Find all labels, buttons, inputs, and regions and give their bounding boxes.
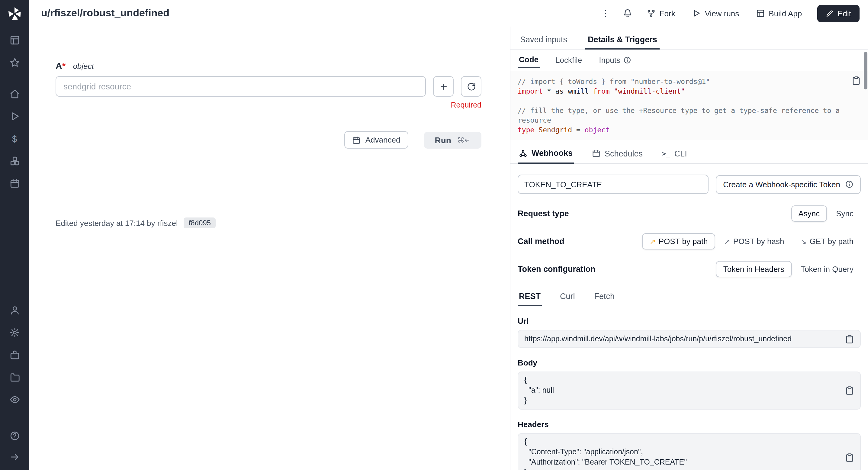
tab-webhooks[interactable]: Webhooks (518, 145, 574, 164)
notifications-button[interactable] (619, 4, 637, 22)
token-in-headers[interactable]: Token in Headers (716, 261, 792, 277)
panel-tabs: Saved inputs Details & Triggers (510, 27, 868, 50)
add-resource-button[interactable] (433, 76, 454, 97)
view-runs-button[interactable]: View runs (686, 5, 746, 22)
more-menu-button[interactable]: ⋮ (597, 4, 615, 22)
copy-body-button[interactable] (845, 386, 854, 395)
git-fork-icon (647, 9, 655, 18)
tab-lockfile[interactable]: Lockfile (554, 53, 583, 68)
request-type-row: Request type Async Sync (518, 206, 861, 222)
user-icon[interactable] (8, 304, 21, 316)
call-method-post-by-hash[interactable]: ↗ POST by hash (717, 233, 792, 250)
view-runs-label: View runs (705, 9, 739, 18)
fork-button[interactable]: Fork (640, 5, 682, 22)
run-form-pane: A* object Required Advanced (29, 27, 510, 470)
pencil-icon (826, 9, 833, 17)
calendar-icon (352, 136, 361, 144)
collapse-arrow-icon[interactable] (8, 451, 21, 463)
token-configuration-group: Token in Headers Token in Query (716, 261, 861, 277)
tab-schedules[interactable]: Schedules (591, 145, 644, 163)
clipboard-icon (852, 76, 861, 85)
headers-value: { "Content-Type": "application/json", "A… (524, 437, 840, 470)
audit-eye-icon[interactable] (8, 393, 21, 405)
url-value: https://app.windmill.dev/api/w/windmill-… (524, 334, 840, 344)
workers-briefcase-icon[interactable] (8, 349, 21, 361)
url-label: Url (518, 317, 861, 325)
tab-saved-inputs[interactable]: Saved inputs (518, 31, 569, 49)
variables-dollar-icon[interactable]: $ (8, 132, 21, 145)
run-button[interactable]: Run ⌘↵ (424, 131, 482, 148)
tab-rest[interactable]: REST (518, 289, 542, 306)
resources-boxes-icon[interactable] (8, 155, 21, 167)
edit-button[interactable]: Edit (817, 4, 860, 22)
scrollbar-thumb[interactable] (864, 52, 867, 89)
copy-code-button[interactable] (852, 76, 861, 85)
topbar: u/rfiszel/robust_undefined ⋮ Fork View r… (29, 0, 868, 27)
request-type-sync[interactable]: Sync (829, 206, 861, 222)
code-viewer: // import { toWords } from "number-to-wo… (510, 71, 868, 140)
app-window: $ (0, 0, 868, 470)
clipboard-icon (845, 334, 854, 343)
headers-box: { "Content-Type": "application/json", "A… (518, 433, 861, 470)
call-method-get-by-path[interactable]: ↘ GET by path (793, 233, 861, 250)
field-type: object (73, 62, 94, 71)
sidebar: $ (0, 0, 29, 470)
folders-icon[interactable] (8, 371, 21, 383)
copy-url-button[interactable] (845, 334, 854, 343)
run-shortcut: ⌘↵ (457, 136, 470, 144)
grid-icon[interactable] (8, 34, 21, 46)
tab-cli[interactable]: >_ CLI (661, 145, 688, 163)
build-app-button[interactable]: Build App (749, 5, 808, 22)
edit-label: Edit (837, 9, 851, 18)
clipboard-icon (845, 386, 854, 395)
create-webhook-token-button[interactable]: Create a Webhook-specific Token (716, 175, 861, 194)
help-icon[interactable] (8, 430, 21, 442)
call-method-group: ↗ POST by path ↗ POST by hash ↘ GET by p… (642, 233, 861, 250)
windmill-logo[interactable] (7, 0, 22, 28)
token-configuration-row: Token configuration Token in Headers Tok… (518, 261, 861, 277)
settings-gear-icon[interactable] (8, 326, 21, 338)
info-icon (623, 56, 631, 64)
field-header: A* object (56, 60, 482, 71)
refresh-button[interactable] (461, 76, 482, 97)
request-type-async[interactable]: Async (791, 206, 827, 222)
tab-details-triggers[interactable]: Details & Triggers (585, 31, 660, 50)
refresh-icon (467, 82, 476, 91)
trigger-tabs: Webhooks Schedules >_ CLI (510, 145, 868, 164)
edited-text: Edited yesterday at 17:14 by rfiszel (56, 218, 178, 227)
run-label: Run (435, 135, 451, 145)
call-method-post-by-path[interactable]: ↗ POST by path (642, 233, 715, 250)
headers-label: Headers (518, 420, 861, 429)
required-hint: Required (56, 101, 482, 109)
call-method-row: Call method ↗ POST by path ↗ POST by has… (518, 233, 861, 250)
build-app-label: Build App (769, 9, 802, 18)
request-type-label: Request type (518, 209, 569, 218)
clipboard-icon (845, 453, 854, 462)
fork-label: Fork (660, 9, 675, 18)
advanced-label: Advanced (366, 135, 401, 145)
tab-code[interactable]: Code (518, 53, 540, 68)
home-icon[interactable] (8, 88, 21, 100)
star-icon[interactable] (8, 56, 21, 68)
url-box: https://app.windmill.dev/api/w/windmill-… (518, 330, 861, 348)
details-pane: Saved inputs Details & Triggers Code Loc… (510, 27, 868, 470)
page-title: u/rfiszel/robust_undefined (41, 7, 169, 19)
arrow-up-right-icon: ↗ (724, 238, 730, 245)
version-hash-badge[interactable]: f8d095 (184, 218, 216, 228)
webhook-icon (519, 149, 527, 157)
copy-headers-button[interactable] (845, 453, 854, 462)
tab-fetch[interactable]: Fetch (593, 289, 616, 306)
tab-inputs[interactable]: Inputs (598, 53, 632, 68)
arrow-up-right-icon: ↗ (650, 238, 656, 245)
tab-curl[interactable]: Curl (559, 289, 576, 306)
resource-input[interactable] (56, 76, 426, 97)
token-input[interactable] (518, 175, 709, 194)
info-icon (845, 180, 854, 188)
token-in-query[interactable]: Token in Query (794, 261, 861, 277)
schedules-calendar-icon[interactable] (8, 177, 21, 189)
field-name: A (56, 60, 62, 71)
request-type-group: Async Sync (791, 206, 861, 222)
runs-play-icon[interactable] (8, 110, 21, 122)
code-editor[interactable]: // import { toWords } from "number-to-wo… (518, 77, 847, 135)
advanced-button[interactable]: Advanced (344, 131, 408, 149)
